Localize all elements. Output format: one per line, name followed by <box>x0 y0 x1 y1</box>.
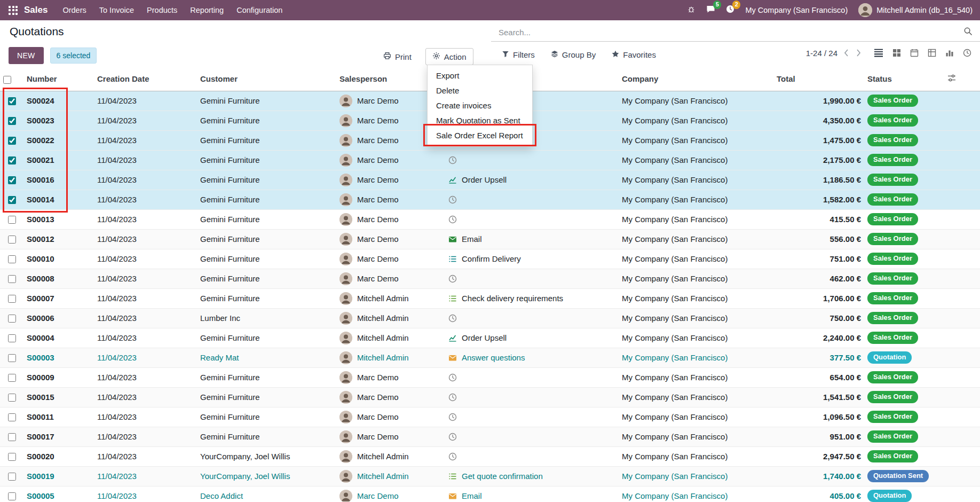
row-select-checkbox[interactable] <box>8 295 16 303</box>
list-icon[interactable] <box>448 294 457 303</box>
clock-icon[interactable] <box>448 195 457 204</box>
table-row[interactable]: S00020 11/04/2023 YourCompany, Joel Will… <box>0 446 980 466</box>
row-select-checkbox[interactable] <box>8 453 16 461</box>
column-header-total[interactable]: Total <box>773 67 864 91</box>
pager-previous-icon[interactable] <box>843 48 850 58</box>
select-all-checkbox[interactable] <box>3 76 11 84</box>
activity-cell[interactable] <box>445 150 619 170</box>
row-select-checkbox[interactable] <box>8 275 16 283</box>
row-select-checkbox[interactable] <box>8 236 16 244</box>
row-select-checkbox[interactable] <box>8 334 16 342</box>
column-header-company[interactable]: Company <box>619 67 773 91</box>
activity-cell[interactable] <box>445 446 619 466</box>
row-select-checkbox[interactable] <box>8 156 16 164</box>
pivot-view-icon[interactable] <box>928 49 936 57</box>
activity-cell[interactable] <box>445 407 619 427</box>
row-select-checkbox[interactable] <box>8 97 16 105</box>
row-select-checkbox[interactable] <box>8 255 16 263</box>
email-icon[interactable] <box>448 354 457 362</box>
table-row[interactable]: S00010 11/04/2023 Gemini Furniture Marc … <box>0 249 980 269</box>
kanban-view-icon[interactable] <box>892 49 901 57</box>
list-icon[interactable] <box>448 472 457 481</box>
activity-cell[interactable] <box>445 308 619 328</box>
table-row[interactable]: S00005 11/04/2023 Deco Addict Marc Demo … <box>0 486 980 502</box>
list-view-icon[interactable] <box>874 49 883 57</box>
table-row[interactable]: S00012 11/04/2023 Gemini Furniture Marc … <box>0 229 980 249</box>
table-row[interactable]: S00014 11/04/2023 Gemini Furniture Marc … <box>0 190 980 209</box>
activity-cell[interactable] <box>445 367 619 387</box>
table-row[interactable]: S00015 11/04/2023 Gemini Furniture Marc … <box>0 387 980 407</box>
list-icon[interactable] <box>448 255 457 263</box>
action-menu-item-create-invoices[interactable]: Create invoices <box>428 98 532 113</box>
user-menu[interactable]: Mitchell Admin (db_16_540) <box>858 3 973 17</box>
print-button[interactable]: Print <box>383 52 412 61</box>
clock-icon[interactable] <box>448 452 457 461</box>
group-by-button[interactable]: Group By <box>551 50 596 59</box>
email-icon[interactable] <box>448 492 457 500</box>
clock-icon[interactable] <box>448 274 457 283</box>
graph-view-icon[interactable] <box>945 49 954 57</box>
table-row[interactable]: S00011 11/04/2023 Gemini Furniture Marc … <box>0 407 980 427</box>
company-switcher[interactable]: My Company (San Francisco) <box>745 6 848 14</box>
row-select-checkbox[interactable] <box>8 354 16 362</box>
activity-cell[interactable]: Answer questions <box>445 348 619 367</box>
table-row[interactable]: S00008 11/04/2023 Gemini Furniture Marc … <box>0 269 980 288</box>
row-select-checkbox[interactable] <box>8 216 16 224</box>
clock-icon[interactable] <box>448 373 457 382</box>
messages-button[interactable]: 5 <box>706 5 715 15</box>
clock-icon[interactable] <box>448 215 457 224</box>
clock-icon[interactable] <box>448 393 457 402</box>
pager-next-icon[interactable] <box>855 48 862 58</box>
topbar-menu-reporting[interactable]: Reporting <box>184 0 230 20</box>
activity-cell[interactable] <box>445 190 619 209</box>
activity-cell[interactable]: Order Upsell <box>445 328 619 348</box>
clock-icon[interactable] <box>448 413 457 421</box>
clock-icon[interactable] <box>448 156 457 164</box>
activities-button[interactable]: 2 <box>726 5 734 15</box>
row-select-checkbox[interactable] <box>8 473 16 481</box>
app-name[interactable]: Sales <box>24 5 48 15</box>
action-menu-item-export[interactable]: Export <box>428 68 532 83</box>
table-row[interactable]: S00019 11/04/2023 YourCompany, Joel Will… <box>0 466 980 486</box>
chart-icon[interactable] <box>448 176 457 184</box>
activity-cell[interactable] <box>445 427 619 446</box>
activity-cell[interactable] <box>445 209 619 229</box>
table-row[interactable]: S00017 11/04/2023 Gemini Furniture Marc … <box>0 427 980 446</box>
clock-icon[interactable] <box>448 314 457 323</box>
row-select-checkbox[interactable] <box>8 196 16 204</box>
apps-menu-icon[interactable] <box>9 6 18 15</box>
row-select-checkbox[interactable] <box>8 117 16 125</box>
calendar-view-icon[interactable] <box>910 49 919 57</box>
action-menu-item-mark-quotation-as-sent[interactable]: Mark Quotation as Sent <box>428 113 532 128</box>
activity-cell[interactable] <box>445 269 619 288</box>
search-bar[interactable] <box>491 23 980 42</box>
table-row[interactable]: S00016 11/04/2023 Gemini Furniture Marc … <box>0 170 980 190</box>
row-select-checkbox[interactable] <box>8 137 16 145</box>
column-header-status[interactable]: Status <box>864 67 944 91</box>
action-menu-item-sale-order-excel-report[interactable]: Sale Order Excel Report <box>428 128 532 143</box>
table-row[interactable]: S00021 11/04/2023 Gemini Furniture Marc … <box>0 150 980 170</box>
clock-icon[interactable] <box>448 433 457 441</box>
column-header-number[interactable]: Number <box>23 67 94 91</box>
search-input[interactable] <box>499 28 963 37</box>
topbar-menu-to-invoice[interactable]: To Invoice <box>93 0 140 20</box>
selected-count-chip[interactable]: 6 selected <box>50 48 97 64</box>
optional-columns-icon[interactable] <box>947 75 956 84</box>
activity-cell[interactable]: Email <box>445 229 619 249</box>
topbar-menu-orders[interactable]: Orders <box>56 0 92 20</box>
row-select-checkbox[interactable] <box>8 176 16 184</box>
row-select-checkbox[interactable] <box>8 492 16 500</box>
table-row[interactable]: S00003 11/04/2023 Ready Mat Mitchell Adm… <box>0 348 980 367</box>
activity-cell[interactable] <box>445 387 619 407</box>
activity-view-icon[interactable] <box>963 49 971 57</box>
column-header-creation-date[interactable]: Creation Date <box>94 67 197 91</box>
table-row[interactable]: S00007 11/04/2023 Gemini Furniture Mitch… <box>0 288 980 308</box>
debug-button[interactable] <box>687 5 696 15</box>
row-select-checkbox[interactable] <box>8 374 16 382</box>
favorites-button[interactable]: Favorites <box>612 50 656 59</box>
activity-cell[interactable]: Get quote confirmation <box>445 466 619 486</box>
activity-cell[interactable]: Check delivery requirements <box>445 288 619 308</box>
activity-cell[interactable]: Email <box>445 486 619 502</box>
new-button[interactable]: NEW <box>9 47 44 64</box>
topbar-menu-configuration[interactable]: Configuration <box>230 0 289 20</box>
